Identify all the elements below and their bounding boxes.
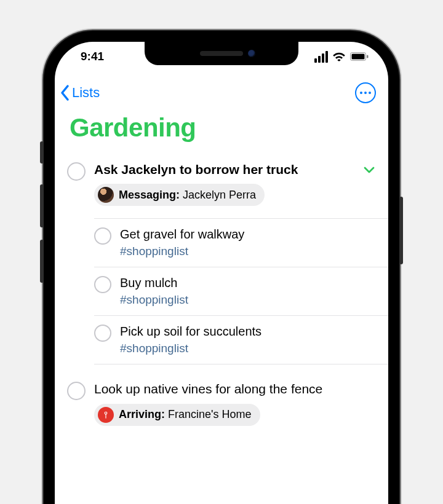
completion-circle[interactable] — [94, 227, 111, 245]
svg-rect-2 — [367, 55, 369, 58]
ellipsis-dot-icon — [369, 92, 371, 94]
completion-circle[interactable] — [94, 276, 111, 293]
volume-down-button — [40, 240, 44, 283]
chip-label: Messaging: Jackelyn Perra — [119, 189, 256, 202]
ellipsis-dot-icon — [360, 92, 362, 94]
app-content: Lists Gardening Ask Jackelyn to borrow h… — [55, 42, 388, 435]
completion-circle[interactable] — [94, 325, 111, 342]
reminder-row[interactable] — [94, 364, 388, 372]
speaker-grill — [200, 51, 243, 56]
ellipsis-dot-icon — [364, 92, 367, 94]
completion-circle[interactable] — [67, 382, 86, 400]
reminder-row[interactable]: Ask Jackelyn to borrow her truck Messagi… — [55, 154, 388, 215]
reminder-row[interactable]: Pick up soil for succulents #shoppinglis… — [94, 315, 388, 364]
reminder-row[interactable]: Buy mulch #shoppinglist — [94, 267, 388, 315]
back-label: Lists — [72, 85, 100, 101]
reminder-row[interactable]: Get gravel for walkway #shoppinglist — [94, 218, 388, 267]
reminder-title: Buy mulch — [120, 275, 177, 291]
messaging-chip[interactable]: Messaging: Jackelyn Perra — [94, 184, 265, 206]
page-title: Gardening — [55, 108, 388, 154]
contact-avatar — [98, 187, 114, 203]
chevron-left-icon — [60, 84, 71, 101]
phone-frame: 9:41 Lists — [44, 31, 399, 504]
battery-icon — [350, 52, 369, 61]
volume-up-button — [40, 184, 44, 227]
reminder-row[interactable]: Look up native vines for along the fence… — [55, 372, 388, 434]
location-pin-icon — [98, 407, 114, 423]
notch — [145, 42, 298, 65]
svg-rect-1 — [352, 54, 365, 60]
nav-bar: Lists — [55, 77, 388, 108]
completion-circle[interactable] — [67, 162, 86, 181]
screen: 9:41 Lists — [55, 42, 388, 504]
reminder-title: Look up native vines for along the fence — [94, 380, 322, 397]
more-button[interactable] — [355, 82, 376, 103]
mute-switch — [40, 141, 44, 163]
chevron-down-icon — [364, 167, 375, 174]
reminder-title: Ask Jackelyn to borrow her truck — [94, 161, 298, 178]
reminder-tag[interactable]: #shoppinglist — [120, 293, 376, 307]
chip-label: Arriving: Francine's Home — [119, 408, 252, 421]
reminder-title: Get gravel for walkway — [120, 226, 244, 242]
subtask-list: Get gravel for walkway #shoppinglist Buy… — [55, 218, 388, 364]
back-button[interactable]: Lists — [60, 84, 100, 101]
cellular-icon — [314, 51, 328, 63]
location-chip[interactable]: Arriving: Francine's Home — [94, 404, 260, 426]
reminder-title: Pick up soil for succulents — [120, 323, 261, 339]
front-camera — [248, 50, 255, 57]
reminder-tag[interactable]: #shoppinglist — [120, 245, 376, 258]
expand-toggle[interactable] — [364, 161, 375, 178]
reminder-tag[interactable]: #shoppinglist — [120, 342, 376, 355]
power-button — [399, 197, 403, 264]
wifi-icon — [332, 52, 346, 61]
status-time: 9:41 — [72, 50, 104, 63]
